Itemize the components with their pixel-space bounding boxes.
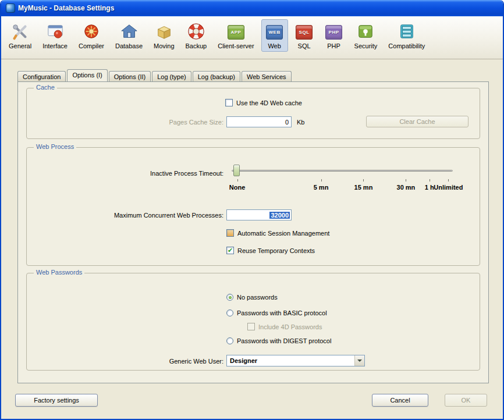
web-cube-icon: WEB — [265, 22, 284, 41]
toolbar-item-label: Compatibility — [388, 42, 425, 49]
basic-protocol-label: Passwords with BASIC protocol — [237, 309, 327, 316]
tab-web-services[interactable]: Web Services — [242, 71, 292, 81]
toolbar-item-label: Interface — [42, 42, 68, 49]
include-4d-passwords-label: Include 4D Passwords — [258, 323, 322, 330]
app-cube-badge: APP — [228, 25, 244, 40]
checkbox-box-icon — [226, 229, 234, 237]
toolbar-item-interface[interactable]: Interface — [38, 19, 72, 52]
generic-web-user-label: Generic Web User: — [31, 358, 223, 365]
toolbar-item-label: PHP — [327, 42, 340, 49]
checkbox-box-icon — [226, 247, 234, 254]
max-web-processes-input[interactable]: 32000 — [226, 209, 292, 220]
home-icon — [120, 22, 139, 41]
clear-cache-button[interactable]: Clear Cache — [366, 116, 468, 127]
package-icon — [155, 22, 173, 41]
use-web-cache-label: Use the 4D Web cache — [236, 99, 302, 106]
settings-toolbar: General Interface — [1, 16, 503, 59]
digest-protocol-label: Passwords with DIGEST protocol — [237, 337, 331, 344]
factory-settings-button[interactable]: Factory settings — [15, 394, 98, 407]
tools-icon — [11, 22, 30, 41]
toolbar-item-general[interactable]: General — [5, 19, 36, 52]
no-passwords-radio[interactable]: No passwords — [226, 294, 278, 301]
generic-web-user-combobox[interactable]: Designer — [226, 355, 365, 366]
toolbar-item-label: General — [9, 42, 31, 49]
checkbox-box-icon — [247, 323, 255, 330]
cache-group: Cache Use the 4D Web cache Pages Cache S… — [26, 88, 480, 139]
app-cube-icon: APP — [226, 22, 245, 41]
lock-icon — [356, 22, 375, 41]
slider-thumb[interactable] — [233, 165, 240, 176]
toolbar-item-label: Database — [115, 42, 143, 49]
combo-dropdown-button[interactable] — [354, 355, 364, 366]
toolbar-item-database[interactable]: Database — [111, 19, 147, 52]
slider-label-15mn: 15 mn — [354, 184, 373, 191]
toolbar-item-label: Client-server — [218, 42, 254, 49]
toolbar-item-backup[interactable]: Backup — [182, 19, 211, 52]
no-passwords-label: No passwords — [237, 294, 278, 301]
basic-protocol-radio[interactable]: Passwords with BASIC protocol — [226, 309, 327, 316]
drawers-icon — [397, 22, 416, 41]
toolbar-item-security[interactable]: Security — [350, 19, 382, 52]
tab-configuration[interactable]: Configuration — [17, 71, 66, 81]
php-cube-badge: PHP — [325, 25, 342, 40]
slider-tick — [448, 179, 449, 181]
toolbar-item-label: SQL — [298, 42, 311, 49]
slider-label-5mn: 5 mn — [314, 184, 329, 191]
automatic-session-management-checkbox[interactable]: Automatic Session Management — [226, 229, 329, 237]
slider-label-none: None — [229, 184, 246, 191]
app-icon — [6, 3, 15, 13]
options-panel: Cache Use the 4D Web cache Pages Cache S… — [17, 81, 489, 383]
combobox-value: Designer — [227, 357, 354, 364]
automatic-session-management-label: Automatic Session Management — [237, 230, 329, 237]
tab-log-backup[interactable]: Log (backup) — [193, 71, 240, 81]
toolbar-item-php[interactable]: PHP PHP — [321, 19, 347, 52]
slider-tick — [237, 179, 238, 181]
php-cube-icon: PHP — [325, 22, 343, 41]
slider-tick — [321, 179, 322, 181]
slider-label-30mn: 30 mn — [397, 184, 416, 191]
pages-cache-size-label: Pages Cache Size: — [31, 119, 223, 126]
timeout-slider[interactable]: None 5 mn 15 mn 30 mn 1 h Unlimited — [230, 163, 454, 198]
toolbar-item-label: Compiler — [79, 42, 104, 49]
cancel-button[interactable]: Cancel — [372, 394, 428, 407]
web-process-group: Web Process Inactive Process Timeout: No… — [26, 147, 480, 266]
max-web-processes-label: Maximum Concurrent Web Processes: — [31, 212, 223, 219]
web-passwords-group: Web Passwords No passwords Passwords wit… — [26, 273, 480, 371]
selected-text: 32000 — [269, 212, 290, 219]
slider-tick — [363, 179, 364, 181]
reuse-temporary-contexts-checkbox[interactable]: Reuse Temporary Contexts — [226, 247, 315, 254]
toolbar-item-label: Web — [268, 42, 281, 49]
include-4d-passwords-checkbox[interactable]: Include 4D Passwords — [247, 323, 322, 330]
toolbar-item-label: Backup — [186, 42, 207, 49]
tab-log-type[interactable]: Log (type) — [152, 71, 191, 81]
pages-cache-size-input[interactable] — [226, 116, 292, 127]
interface-icon — [46, 22, 65, 41]
web-process-group-title: Web Process — [34, 143, 76, 150]
sql-cube-badge: SQL — [296, 25, 313, 40]
settings-tabstrip: Configuration Options (I) Options (II) L… — [17, 70, 293, 81]
cache-size-unit-label: Kb — [297, 119, 304, 126]
lifebuoy-icon — [187, 22, 205, 41]
window-title: MyMusic - Database Settings — [18, 4, 114, 12]
digest-protocol-radio[interactable]: Passwords with DIGEST protocol — [226, 337, 331, 344]
toolbar-item-compatibility[interactable]: Compatibility — [384, 19, 429, 52]
slider-tick — [406, 179, 406, 181]
toolbar-item-sql[interactable]: SQL SQL — [291, 19, 318, 52]
ok-button[interactable]: OK — [445, 394, 487, 407]
use-web-cache-checkbox[interactable]: Use the 4D Web cache — [225, 99, 302, 106]
database-settings-window: MyMusic - Database Settings General — [0, 0, 504, 420]
tab-options-2[interactable]: Options (II) — [109, 71, 151, 81]
toolbar-item-label: Security — [354, 42, 378, 49]
checkbox-box-icon — [225, 99, 233, 106]
toolbar-item-web[interactable]: WEB Web — [261, 19, 288, 52]
slider-track[interactable] — [232, 170, 453, 172]
web-cube-badge: WEB — [266, 25, 283, 40]
toolbar-item-compiler[interactable]: Compiler — [74, 19, 108, 52]
inactive-timeout-label: Inactive Process Timeout: — [31, 170, 223, 177]
compiler-icon — [82, 22, 101, 41]
sql-cube-icon: SQL — [295, 22, 314, 41]
titlebar[interactable]: MyMusic - Database Settings — [1, 0, 503, 16]
tab-options-1[interactable]: Options (I) — [67, 69, 107, 81]
toolbar-item-client-server[interactable]: APP Client-server — [214, 19, 258, 52]
toolbar-item-moving[interactable]: Moving — [150, 19, 178, 52]
